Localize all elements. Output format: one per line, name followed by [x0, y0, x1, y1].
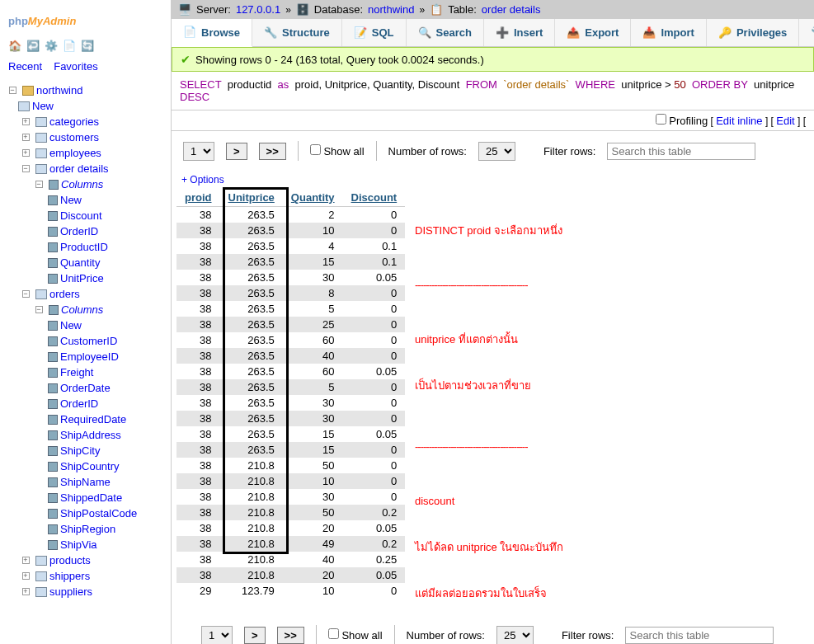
- tree-table[interactable]: order details: [49, 162, 109, 175]
- tree-column[interactable]: ShipName: [60, 476, 111, 488]
- recent-tab[interactable]: Recent: [3, 59, 47, 74]
- expand-icon[interactable]: +: [22, 134, 30, 141]
- column-header[interactable]: Unitprice: [228, 191, 275, 204]
- table-row[interactable]: 38263.550: [176, 379, 405, 395]
- profiling-checkbox[interactable]: [656, 114, 666, 125]
- tree-column[interactable]: Quantity: [60, 256, 100, 269]
- tab-export[interactable]: 📤Export: [555, 19, 631, 46]
- table-row[interactable]: 38210.8200.05: [176, 520, 405, 536]
- next-button-bottom[interactable]: >: [244, 627, 266, 644]
- database-link[interactable]: northwind: [368, 3, 414, 16]
- table-row[interactable]: 38210.8400.25: [176, 552, 405, 567]
- table-row[interactable]: 38263.540.1: [176, 238, 405, 254]
- tree-column[interactable]: ShipPostalCode: [60, 507, 137, 519]
- tree-table[interactable]: customers: [49, 131, 99, 143]
- collapse-icon[interactable]: −: [22, 290, 30, 298]
- table-row[interactable]: 38263.5100: [176, 223, 405, 238]
- rows-select[interactable]: 25: [478, 142, 515, 161]
- docs-icon[interactable]: 📄: [63, 40, 76, 52]
- collapse-icon[interactable]: −: [9, 87, 16, 94]
- tree-columns[interactable]: Columns: [61, 303, 103, 316]
- tree-column[interactable]: Discount: [60, 209, 102, 222]
- page-select-bottom[interactable]: 1: [201, 626, 233, 645]
- last-button[interactable]: >>: [259, 143, 286, 160]
- tab-browse[interactable]: 📄Browse: [172, 19, 252, 47]
- favorites-tab[interactable]: Favorites: [49, 59, 102, 74]
- tree-column[interactable]: ShipVia: [60, 538, 97, 551]
- edit-link[interactable]: Edit: [776, 115, 794, 127]
- table-row[interactable]: 38263.5150: [176, 442, 405, 458]
- expand-icon[interactable]: +: [22, 588, 30, 595]
- table-row[interactable]: 38210.8500.2: [176, 505, 405, 520]
- tree-table[interactable]: employees: [49, 147, 101, 159]
- tab-insert[interactable]: ➕Insert: [484, 19, 555, 46]
- tree-new[interactable]: New: [32, 100, 54, 112]
- tree-table[interactable]: products: [49, 554, 91, 566]
- reload-icon[interactable]: 🔄: [81, 40, 94, 52]
- showall-checkbox[interactable]: [310, 144, 321, 155]
- table-link[interactable]: order details: [482, 3, 541, 16]
- table-row[interactable]: 38263.5400: [176, 348, 405, 364]
- expand-icon[interactable]: +: [22, 557, 30, 564]
- tree-table[interactable]: categories: [49, 115, 99, 128]
- tree-column[interactable]: EmployeeID: [60, 350, 119, 363]
- column-header[interactable]: Quantity: [291, 191, 335, 204]
- expand-icon[interactable]: +: [22, 149, 30, 157]
- table-row[interactable]: 38263.520: [176, 207, 405, 223]
- tree-column[interactable]: OrderID: [60, 225, 98, 237]
- table-row[interactable]: 38263.5600.05: [176, 364, 405, 379]
- exit-icon[interactable]: ↩️: [26, 40, 40, 52]
- expand-icon[interactable]: +: [22, 118, 30, 125]
- filter-input-bottom[interactable]: [625, 627, 774, 644]
- tab-import[interactable]: 📥Import: [631, 19, 706, 46]
- settings-icon[interactable]: ⚙️: [45, 40, 58, 52]
- tab-search[interactable]: 🔍Search: [407, 19, 484, 46]
- edit-inline-link[interactable]: Edit inline: [716, 115, 762, 127]
- collapse-icon[interactable]: −: [22, 165, 30, 172]
- showall-checkbox-bottom[interactable]: [328, 628, 339, 639]
- column-header[interactable]: proid: [185, 191, 212, 204]
- tab-privileges[interactable]: 🔑Privileges: [707, 19, 799, 46]
- table-row[interactable]: 38263.5300: [176, 395, 405, 411]
- table-row[interactable]: 38263.5300.05: [176, 270, 405, 285]
- last-button-bottom[interactable]: >>: [277, 627, 304, 644]
- table-row[interactable]: 38210.8490.2: [176, 536, 405, 552]
- table-row[interactable]: 38210.8100: [176, 473, 405, 489]
- collapse-icon[interactable]: −: [35, 181, 43, 188]
- tree-column[interactable]: OrderDate: [60, 382, 111, 394]
- table-row[interactable]: 38210.8500: [176, 458, 405, 473]
- column-header[interactable]: Discount: [351, 191, 398, 204]
- tree-column[interactable]: Freight: [60, 366, 93, 378]
- table-row[interactable]: 29123.79100: [176, 583, 405, 599]
- tree-table[interactable]: shippers: [49, 570, 90, 582]
- tree-column[interactable]: ShipCountry: [60, 460, 120, 472]
- tree-column[interactable]: OrderID: [60, 397, 98, 410]
- next-button[interactable]: >: [226, 143, 247, 160]
- table-row[interactable]: 38263.5150.1: [176, 254, 405, 270]
- table-row[interactable]: 38263.5250: [176, 317, 405, 332]
- home-icon[interactable]: 🏠: [8, 40, 21, 52]
- table-row[interactable]: 38263.5300: [176, 411, 405, 426]
- tree-table[interactable]: suppliers: [49, 585, 92, 598]
- table-row[interactable]: 38263.580: [176, 285, 405, 301]
- table-row[interactable]: 38263.550: [176, 301, 405, 317]
- tree-column[interactable]: New: [60, 194, 82, 206]
- tree-column[interactable]: ShipAddress: [60, 429, 121, 441]
- tree-column[interactable]: CustomerID: [60, 335, 117, 347]
- tab-structure[interactable]: 🔧Structure: [252, 19, 342, 46]
- table-row[interactable]: 38210.8300: [176, 489, 405, 505]
- options-link[interactable]: + Options: [176, 171, 814, 189]
- table-row[interactable]: 38263.5150.05: [176, 426, 405, 442]
- collapse-icon[interactable]: −: [35, 306, 43, 313]
- tree-column[interactable]: ShippedDate: [60, 491, 122, 504]
- tree-columns[interactable]: Columns: [61, 178, 103, 190]
- page-select[interactable]: 1: [183, 142, 214, 161]
- tab-sql[interactable]: 📝SQL: [342, 19, 407, 46]
- filter-input[interactable]: [607, 143, 755, 160]
- tree-table[interactable]: orders: [49, 288, 80, 300]
- table-row[interactable]: 38210.8200.05: [176, 567, 405, 583]
- expand-icon[interactable]: +: [22, 572, 30, 580]
- tree-column[interactable]: ShipCity: [60, 444, 100, 457]
- tree-db[interactable]: northwind: [36, 84, 82, 96]
- server-link[interactable]: 127.0.0.1: [236, 3, 280, 16]
